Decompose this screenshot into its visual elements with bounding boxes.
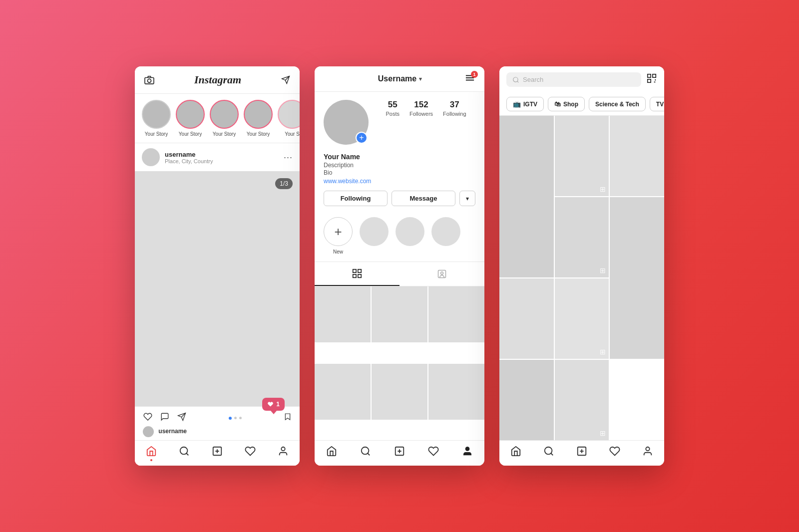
search-nav-icon[interactable] [543, 446, 554, 460]
story-item-4[interactable]: Your S [278, 100, 300, 137]
profile-website[interactable]: www.website.com [324, 178, 475, 185]
p2-header: Username ▾ 1 [315, 66, 484, 92]
add-story-button[interactable]: + [356, 132, 368, 144]
p2-username-display[interactable]: Username ▾ [378, 74, 422, 83]
following-button[interactable]: Following [324, 191, 388, 206]
tagged-tab[interactable] [400, 262, 484, 286]
svg-line-23 [368, 453, 370, 455]
profile-nav-icon[interactable] [642, 446, 653, 460]
menu-icon-with-badge[interactable]: 1 [464, 73, 475, 84]
post-user-bar: username Place, City, Country ··· [135, 143, 300, 171]
p1-nav [135, 440, 300, 466]
svg-marker-6 [285, 414, 290, 420]
svg-rect-0 [145, 78, 154, 84]
followers-count: 152 [414, 100, 428, 110]
like-icon[interactable] [143, 412, 153, 424]
svg-point-22 [362, 447, 369, 455]
category-tv-movies[interactable]: TV & mov [650, 97, 664, 111]
following-count: 37 [450, 100, 459, 110]
p3-categories: 📺 IGTV 🛍 Shop Science & Tech TV & mov [499, 93, 664, 116]
notification-bubble: 1 [262, 398, 285, 411]
story-item-0[interactable]: Your Story [142, 100, 171, 137]
create-nav-icon[interactable] [394, 446, 405, 460]
heart-nav-icon[interactable] [428, 446, 439, 460]
story-item-3[interactable]: Your Story [244, 100, 273, 137]
svg-rect-17 [358, 269, 361, 272]
grid-cell-3 [428, 286, 484, 342]
create-nav-icon[interactable] [576, 446, 587, 460]
svg-point-21 [441, 272, 443, 274]
grid-cell-6 [428, 364, 484, 420]
message-button[interactable]: Message [392, 191, 455, 206]
category-igtv[interactable]: 📺 IGTV [506, 97, 544, 111]
svg-line-41 [551, 453, 553, 455]
highlight-2[interactable] [396, 217, 424, 255]
explore-cell-6: ⊞ [555, 278, 609, 359]
home-nav-icon[interactable] [326, 446, 337, 460]
highlight-1[interactable] [360, 217, 389, 255]
highlight-new-label: New [333, 249, 343, 255]
svg-point-45 [646, 447, 649, 451]
p1-stories: Your Story Your Story Your Story Your St… [135, 94, 300, 143]
more-options-icon[interactable]: ··· [284, 152, 293, 163]
story-item-2[interactable]: Your Story [210, 100, 239, 137]
tv-movies-label: TV & mov [656, 101, 664, 108]
grid-cell-4 [315, 364, 371, 420]
story-label-4: Your S [285, 131, 300, 137]
p2-nav [315, 440, 484, 466]
p2-highlights: + New [315, 213, 484, 262]
svg-rect-20 [438, 270, 446, 278]
post-user-small [143, 426, 154, 437]
svg-rect-32 [648, 79, 651, 82]
highlight-new[interactable]: + New [324, 217, 353, 255]
following-stat[interactable]: 37 Following [443, 100, 466, 117]
post-username: username [165, 151, 213, 158]
posts-count: 55 [388, 100, 398, 110]
followers-stat[interactable]: 152 Followers [409, 100, 433, 117]
svg-line-8 [186, 453, 188, 455]
notification-badge: 1 [471, 71, 478, 78]
post-image: 1/3 [135, 171, 300, 406]
heart-nav-icon[interactable] [245, 446, 256, 460]
qr-code-icon[interactable] [646, 73, 657, 86]
story-label-3: Your Story [247, 131, 270, 137]
explore-cell-2: ⊞ [555, 116, 609, 196]
story-item-1[interactable]: Your Story [176, 100, 205, 137]
search-icon[interactable] [179, 446, 190, 460]
camera-icon[interactable] [144, 75, 155, 84]
send-icon[interactable] [281, 75, 291, 84]
p1-header: Instagram [135, 66, 300, 94]
svg-rect-30 [648, 74, 651, 77]
p1-caption: username [135, 426, 300, 440]
category-science-tech[interactable]: Science & Tech [589, 97, 646, 111]
more-options-button[interactable]: ▾ [459, 191, 475, 206]
grid-tab[interactable] [315, 262, 400, 286]
story-label-2: Your Story [213, 131, 236, 137]
story-label-0: Your Story [145, 131, 168, 137]
search-input-wrap[interactable]: Search [506, 72, 641, 87]
search-nav-icon[interactable] [360, 446, 371, 460]
highlight-3[interactable] [431, 217, 460, 255]
save-icon[interactable] [284, 412, 292, 424]
profile-nav-icon[interactable] [462, 446, 473, 460]
share-icon[interactable] [177, 412, 187, 424]
profile-icon[interactable] [278, 446, 289, 460]
create-post-icon[interactable] [212, 446, 223, 460]
category-shop[interactable]: 🛍 Shop [548, 97, 585, 111]
posts-stat: 55 Posts [386, 100, 400, 117]
svg-rect-18 [353, 274, 356, 277]
story-label-1: Your Story [179, 131, 202, 137]
home-nav-icon[interactable] [510, 446, 521, 460]
explore-cell-7 [499, 360, 554, 440]
phones-container: Instagram Your Story Your Story Your Sto… [135, 66, 664, 466]
heart-nav-icon[interactable] [609, 446, 620, 460]
comment-icon[interactable] [160, 412, 170, 424]
explore-cell-5 [499, 278, 554, 359]
svg-rect-16 [353, 269, 356, 272]
home-icon[interactable] [146, 446, 157, 460]
svg-point-12 [281, 447, 285, 451]
p2-bio: Your Name Description Bio www.website.co… [315, 153, 484, 191]
p2-grid [315, 286, 484, 440]
science-tech-label: Science & Tech [595, 101, 639, 108]
post-counter: 1/3 [275, 178, 293, 189]
